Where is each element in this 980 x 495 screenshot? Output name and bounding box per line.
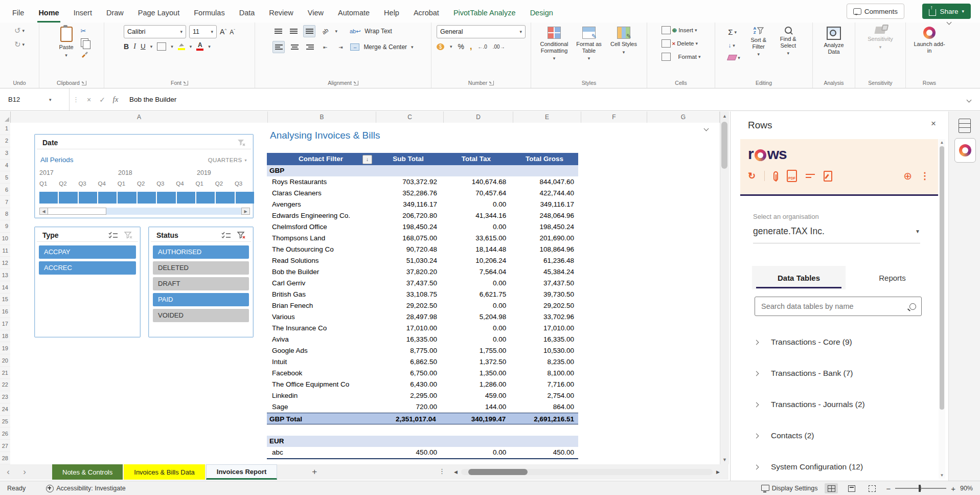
row-header[interactable]: 4 — [0, 160, 10, 172]
row-header[interactable]: 20 — [0, 354, 10, 367]
refresh-icon[interactable]: ↻ — [748, 171, 756, 181]
display-settings-button[interactable]: Display Settings — [761, 485, 818, 492]
align-middle-button[interactable] — [288, 26, 299, 37]
ribbon-tab[interactable]: Draw — [99, 3, 131, 22]
pane-close-icon[interactable]: × — [931, 119, 936, 129]
align-bottom-button[interactable] — [303, 25, 315, 37]
pivot-row[interactable]: The Outsourcing Co 90,720.48 18,144.48 1… — [267, 244, 578, 255]
normal-view-button[interactable] — [825, 483, 838, 493]
multi-select-icon[interactable] — [108, 231, 119, 239]
number-dialog-launcher[interactable] — [489, 81, 494, 85]
pivot-row[interactable]: GBP Total 2,351,017.04 340,199.47 2,691,… — [267, 413, 578, 424]
sheet-vertical-scrollbar[interactable]: ▲ ▼ — [720, 111, 729, 464]
row-header[interactable]: 16 — [0, 306, 10, 318]
formula-input[interactable]: Bob the Builder — [129, 96, 967, 103]
column-header[interactable]: G — [647, 111, 720, 123]
timeline-scroll-left-icon[interactable]: ◀ — [39, 208, 48, 215]
sheet-bar-options-icon[interactable]: ⋮ — [439, 467, 445, 475]
align-center-button[interactable] — [289, 41, 300, 53]
insert-function-button[interactable]: fx — [109, 95, 122, 104]
row-header[interactable]: 2 — [0, 135, 10, 147]
share-dropdown-icon[interactable]: ▾ — [962, 9, 964, 14]
select-all-corner[interactable] — [0, 111, 11, 123]
ribbon-tab[interactable]: Design — [523, 3, 560, 22]
orientation-button[interactable]: ab — [317, 24, 333, 39]
clear-button[interactable]: ▾ — [726, 54, 742, 61]
underline-button[interactable]: U — [141, 42, 146, 50]
attach-icon[interactable] — [773, 171, 778, 181]
type-slicer[interactable]: Type ACCPAYACCREC — [34, 227, 141, 338]
row-header[interactable]: 18 — [0, 330, 10, 343]
clear-status-filter-icon[interactable] — [237, 231, 246, 239]
format-painter-button[interactable] — [81, 51, 88, 58]
row-header[interactable]: 24 — [0, 403, 10, 416]
organisation-select[interactable]: generate.TAX Inc. ▼ — [753, 226, 920, 243]
zoom-out-button[interactable]: − — [886, 484, 891, 493]
row-header[interactable]: 25 — [0, 416, 10, 428]
data-table-item[interactable]: Contacts (2) — [755, 420, 918, 451]
page-layout-view-button[interactable] — [845, 483, 858, 493]
search-box[interactable] — [755, 297, 922, 316]
confirm-entry-button[interactable]: ✓ — [96, 96, 109, 104]
row-header[interactable]: 23 — [0, 391, 10, 403]
pivot-row[interactable]: Avengers 349,116.17 0.00 349,116.17 — [267, 199, 578, 210]
pivot-row[interactable]: The Insurance Co 17,010.00 0.00 17,010.0… — [267, 323, 578, 334]
sheet-tab[interactable]: Invoices & Bills Data — [124, 464, 205, 480]
ribbon-tab[interactable]: Data — [232, 3, 262, 22]
data-table-item[interactable]: Transactions - Bank (7) — [755, 357, 918, 389]
ribbon-tab[interactable]: Formulas — [187, 3, 232, 22]
sheet-tab[interactable]: Invoices Report — [206, 464, 278, 480]
cell-styles-button[interactable]: Cell Styles▾ — [608, 25, 640, 55]
slicer-item[interactable]: AUTHORISED — [153, 245, 249, 259]
task-pane-icon[interactable] — [959, 119, 971, 133]
font-dialog-launcher[interactable] — [184, 81, 188, 85]
status-slicer[interactable]: Status AUTHORISEDDELETEDDRAFTPAIDVOIDED — [148, 227, 254, 338]
pane-scroll-up-icon[interactable]: ▲ — [939, 140, 945, 145]
expand-chevron-icon[interactable] — [755, 464, 760, 469]
pivot-row[interactable]: Brian Fenech 29,202.50 0.00 29,202.50 — [267, 300, 578, 311]
zoom-slider[interactable] — [895, 488, 946, 489]
row-header[interactable]: 3 — [0, 147, 10, 160]
search-input[interactable] — [760, 302, 905, 311]
next-sheet-button[interactable]: › — [16, 464, 33, 480]
data-table-item[interactable]: System Configuration (12) — [755, 451, 918, 482]
date-timeline-slicer[interactable]: Date All Periods QUARTERS▾ 201720182019 … — [34, 134, 254, 218]
font-size-select[interactable]: 11▾ — [189, 25, 217, 38]
row-header[interactable]: 19 — [0, 342, 10, 354]
zoom-level[interactable]: 90% — [960, 485, 973, 492]
pivot-row[interactable]: Edwards Engineering Co. 206,720.80 41,34… — [267, 210, 578, 221]
pivot-row[interactable]: Intuit 6,862.50 1,372.50 8,235.00 — [267, 356, 578, 368]
pivot-row[interactable]: Read Solutions 51,030.24 10,206.24 61,23… — [267, 255, 578, 266]
search-icon[interactable] — [909, 303, 916, 310]
column-header[interactable]: F — [581, 111, 647, 123]
row-header[interactable]: 21 — [0, 367, 10, 379]
align-top-button[interactable] — [272, 26, 284, 37]
increase-indent-button[interactable]: ⇥ — [335, 41, 346, 53]
accounting-format-button[interactable]: $ — [437, 43, 444, 50]
expand-chevron-icon[interactable] — [755, 402, 760, 407]
scroll-up-icon[interactable]: ▲ — [720, 114, 729, 119]
borders-button[interactable] — [157, 42, 166, 51]
clipboard-dialog-launcher[interactable] — [82, 81, 86, 85]
timeline-scroll-right-icon[interactable]: ▶ — [241, 208, 250, 215]
add-sheet-button[interactable]: + — [307, 464, 322, 480]
comma-style-button[interactable]: , — [470, 42, 472, 51]
row-header[interactable]: 9 — [0, 220, 10, 233]
horizontal-scroll-thumb[interactable] — [468, 469, 528, 475]
redo-button[interactable]: ↻▾ — [12, 39, 27, 50]
pane-scroll-down-icon[interactable]: ▼ — [939, 473, 945, 478]
pane-collapse-icon[interactable] — [704, 126, 709, 131]
data-table-item[interactable]: Transactions - Journals (2) — [755, 389, 918, 420]
data-table-item[interactable]: Transactions - Core (9) — [755, 326, 918, 357]
wrap-text-button[interactable]: Wrap Text — [364, 28, 392, 35]
row-header[interactable]: 8 — [0, 208, 10, 220]
conditional-formatting-button[interactable]: Conditional Formatting▾ — [538, 25, 570, 61]
italic-button[interactable]: I — [133, 42, 136, 51]
zoom-in-button[interactable]: + — [951, 484, 955, 493]
row-header[interactable]: 10 — [0, 233, 10, 245]
timeline-quarter-segment[interactable] — [157, 192, 175, 204]
pivot-row[interactable]: Thompsons Land 168,075.00 33,615.00 201,… — [267, 233, 578, 244]
ribbon-tab[interactable]: Acrobat — [406, 3, 446, 22]
slicer-item[interactable]: DRAFT — [153, 277, 249, 290]
expand-chevron-icon[interactable] — [755, 371, 760, 376]
